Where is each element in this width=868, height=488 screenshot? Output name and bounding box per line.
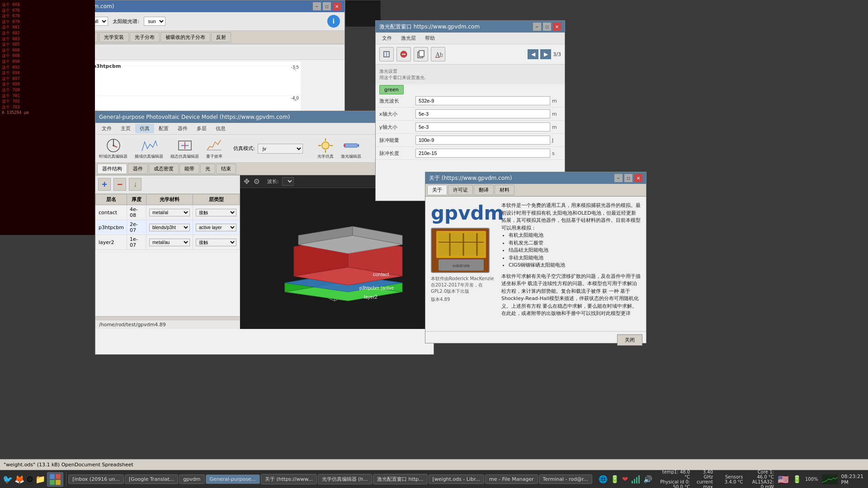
steady-state-tool[interactable]: 稳态仿真编辑器 xyxy=(170,137,199,160)
field-wavelength-input[interactable] xyxy=(415,96,550,105)
about-tabs: 关于 许可证 翻译 材料 xyxy=(425,184,646,197)
taskbar-laser-config[interactable]: 激光配置窗口 http... xyxy=(373,474,428,484)
wavelength-3d-select[interactable] xyxy=(282,177,294,186)
subtab-device[interactable]: 器件 xyxy=(128,164,148,174)
menu-sim[interactable]: 仿真 xyxy=(135,124,154,133)
laser-close-btn[interactable]: ✕ xyxy=(553,23,561,31)
settings-3d-icon[interactable]: ⚙ xyxy=(253,177,259,186)
laser-maximize-btn[interactable]: □ xyxy=(543,23,551,31)
material-select-0[interactable]: metal/al xyxy=(149,209,190,216)
field-ysize-input[interactable] xyxy=(415,122,550,131)
time-domain-tool[interactable]: 时域仿真编辑器 xyxy=(99,137,127,160)
taskbar-about[interactable]: 关于 (https://www... xyxy=(261,474,317,484)
field-xsize-input[interactable] xyxy=(415,109,550,118)
laser-menu-bar: 文件 激光层 帮助 xyxy=(376,33,565,44)
green-tab[interactable]: green xyxy=(379,85,404,94)
laser-minimize-btn[interactable]: − xyxy=(533,23,541,31)
tab-absorbed-dist[interactable]: 被吸收的光子分布 xyxy=(160,32,210,42)
subtab-dos[interactable]: 成态密度 xyxy=(149,164,179,174)
sensor-label: Sensors 3.4.0 °C xyxy=(717,474,743,484)
laser-menu-layer[interactable]: 激光层 xyxy=(396,33,420,43)
sim-mode-select[interactable]: jv xyxy=(258,144,303,154)
taskbar-gpvdm[interactable]: gpvdm xyxy=(179,474,204,484)
nav-back-btn[interactable]: ◀ xyxy=(528,49,538,59)
taskbar-optical-editor[interactable]: 光学仿真编辑器 (h... xyxy=(318,474,372,484)
move-down-btn[interactable]: ↓ xyxy=(129,178,142,191)
taskbar-file-manager[interactable]: me - File Manager xyxy=(485,474,538,484)
subtab-end[interactable]: 结束 xyxy=(216,164,236,174)
subtab-band[interactable]: 能带 xyxy=(179,164,199,174)
laser-menu-help[interactable]: 帮助 xyxy=(420,33,439,43)
menu-file[interactable]: 文件 xyxy=(97,124,116,133)
solar-select[interactable]: sun xyxy=(144,17,165,26)
layer-table: 层名 厚度 光学材料 层类型 contact 4e-08 met xyxy=(95,194,240,250)
taskbar-settings-icon[interactable]: ⚙ xyxy=(26,474,33,484)
material-select-1[interactable]: blends/p3ht xyxy=(149,224,190,231)
material-select-2[interactable]: metal/au xyxy=(149,239,190,246)
taskbar-app-cluster[interactable] xyxy=(47,472,63,487)
type-select-1[interactable]: active layer xyxy=(196,224,236,231)
field-pulse-energy-input[interactable] xyxy=(415,136,550,145)
battery-percent: 100% xyxy=(805,477,818,482)
svg-text:p3htpcbm (active: p3htpcbm (active xyxy=(359,286,394,291)
taskbar-libreoffice[interactable]: [weight.ods - Libr... xyxy=(429,474,484,484)
remove-layer-btn[interactable]: − xyxy=(113,178,126,191)
horizontal-scrollbar[interactable] xyxy=(95,316,240,320)
nav-controls: ◀ ▶ 3/3 xyxy=(528,49,561,59)
tab-photon-dist[interactable]: 光子分布 xyxy=(130,32,160,42)
tab-reflection[interactable]: 反射 xyxy=(211,32,231,42)
taskbar-bird-icon[interactable]: 🐦 xyxy=(3,474,13,484)
about-tab-license[interactable]: 许可证 xyxy=(448,185,473,195)
laser-editor-tool[interactable]: 激光编辑器 xyxy=(341,137,361,160)
move-3d-icon[interactable]: ✥ xyxy=(244,177,250,186)
laser-menu-file[interactable]: 文件 xyxy=(377,33,396,43)
about-close-button[interactable]: 关闭 xyxy=(617,334,642,346)
about-tab-materials[interactable]: 材料 xyxy=(495,185,514,195)
laser-copy-btn[interactable] xyxy=(414,47,428,61)
subtab-light[interactable]: 光 xyxy=(200,164,215,174)
menu-info[interactable]: 信息 xyxy=(211,124,230,133)
add-layer-btn[interactable]: + xyxy=(98,178,111,191)
taskbar-terminal[interactable]: Terminal - rod@r... xyxy=(539,474,592,484)
about-tab-translate[interactable]: 翻译 xyxy=(474,185,494,195)
about-desc-text: 本软件是一个免费的通用工具，用来模拟捕获光器件的模拟。最初设计时用于模拟有机 太… xyxy=(501,202,641,232)
optical-minimize-btn[interactable]: − xyxy=(313,2,321,10)
optical-maximize-btn[interactable]: □ xyxy=(323,2,331,10)
taskbar-inbox[interactable]: [inbox (20916 un... xyxy=(68,474,124,484)
field-pulse-length-input[interactable] xyxy=(415,149,550,158)
steady-state-icon xyxy=(177,137,193,154)
laser-add-btn[interactable] xyxy=(379,47,394,61)
menu-home[interactable]: 主页 xyxy=(116,124,135,133)
about-device-image: substrate xyxy=(431,228,490,273)
quantum-eff-tool[interactable]: 量子效率 xyxy=(206,137,222,160)
subtab-device-structure[interactable]: 器件结构 xyxy=(97,164,127,174)
taskbar-firefox-icon[interactable]: 🦊 xyxy=(14,474,24,484)
freq-domain-tool[interactable]: 频域仿真编辑器 xyxy=(135,137,163,160)
info-button[interactable]: i xyxy=(327,15,340,28)
about-minimize-btn[interactable]: − xyxy=(614,174,623,182)
menu-device[interactable]: 器件 xyxy=(173,124,192,133)
nav-forward-btn[interactable]: ▶ xyxy=(540,49,551,59)
type-select-0[interactable]: 接触 xyxy=(196,209,236,216)
layer-type-1: active layer xyxy=(193,220,240,235)
optical-sim-tool[interactable]: 光学仿真 xyxy=(317,137,334,160)
cpu-label: 3.40 GHz xyxy=(693,469,713,479)
layer-toolbar: + − ↓ xyxy=(95,175,240,194)
about-tab-about[interactable]: 关于 xyxy=(427,185,447,195)
taskbar-general-purpose[interactable]: General-purpose... xyxy=(206,474,260,484)
signal-icon xyxy=(631,474,641,484)
laser-remove-btn[interactable] xyxy=(396,47,411,61)
optical-close-btn[interactable]: ✕ xyxy=(333,2,341,10)
about-close-btn[interactable]: ✕ xyxy=(634,174,642,182)
menu-config[interactable]: 配置 xyxy=(154,124,173,133)
menu-multilayer[interactable]: 多层 xyxy=(192,124,211,133)
about-left-panel: gpvdm substrate 本软件由Rode xyxy=(431,202,494,326)
taskbar-files-icon[interactable]: 📁 xyxy=(35,474,45,484)
laser-text-btn[interactable]: Ab xyxy=(431,47,445,61)
type-select-2[interactable]: 接触 xyxy=(196,239,236,246)
about-maximize-btn[interactable]: □ xyxy=(624,174,632,182)
layer-material-0: metal/al xyxy=(146,205,193,220)
taskbar-translate[interactable]: [Google Translat... xyxy=(125,474,178,484)
tab-optics-install[interactable]: 光学安装 xyxy=(99,32,129,42)
about-list: 有机太阳能电池 有机发光二极管 结晶硅太阳能电池 非硅太阳能电池 CIGS铜铟镓… xyxy=(509,232,641,269)
